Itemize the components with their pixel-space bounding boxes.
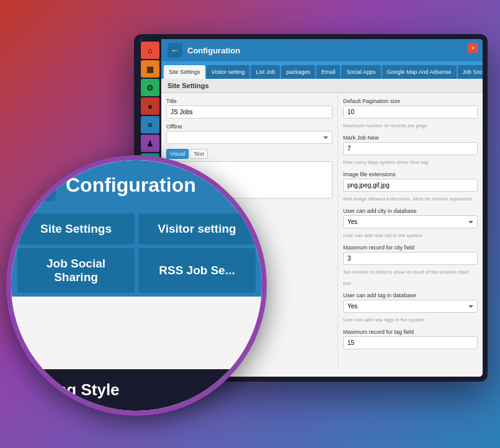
max-city-input[interactable] (343, 252, 478, 265)
pagination-hint: Maximum number of records per page (343, 123, 427, 128)
editor-visual-btn[interactable]: Visual (166, 149, 189, 159)
sidebar-icon-settings[interactable]: ⚙ (141, 79, 159, 96)
offline-group: Offline (166, 123, 333, 144)
offline-label: Offline (166, 123, 333, 130)
settings-icon: ⚙ (146, 83, 154, 92)
user-city-select[interactable]: Yes (343, 215, 478, 228)
home-icon: ⌂ (148, 46, 153, 55)
sidebar-icon-doc[interactable]: ≡ (141, 116, 159, 133)
zoom-tab-rss[interactable]: RSS Job Se... (138, 248, 256, 293)
tab-packages[interactable]: packages (281, 65, 315, 79)
image-ext-input[interactable] (343, 179, 478, 192)
header-bar: ← Configuration (161, 39, 483, 61)
zoom-title: Configuration (66, 174, 196, 197)
tab-visitor-setting[interactable]: Visitor setting (207, 65, 250, 79)
mark-job-input[interactable] (343, 142, 478, 155)
sidebar-icon-grid[interactable]: ▦ (141, 60, 159, 78)
sidebar-icon-home[interactable]: ⌂ (141, 42, 159, 59)
pagination-label: Default Pagination size (343, 98, 478, 104)
tab-list-job[interactable]: List Job (251, 65, 280, 79)
zoom-tab-visitor-setting[interactable]: Visitor setting (138, 213, 256, 244)
title-group: Title (166, 98, 333, 119)
user-tag-group: User can add tag in database Yes User ca… (343, 292, 478, 324)
zoom-tab-site-settings[interactable]: Site Settings (17, 213, 135, 244)
user-tag-select[interactable]: Yes (343, 300, 478, 313)
zoom-tab-grid: Site Settings Visitor setting Job Social… (11, 210, 262, 297)
sidebar-icon-user[interactable]: ♟ (141, 135, 159, 152)
title-input[interactable] (166, 105, 333, 119)
form-right: Default Pagination size Maximum number o… (338, 93, 483, 369)
grid-icon: ▦ (146, 65, 154, 74)
tab-job-social[interactable]: Job Social Sharing (458, 65, 483, 79)
mark-job-hint: How many days system show New tag (343, 159, 428, 165)
image-ext-group: Image file extensions Add image allowed … (343, 171, 478, 203)
max-city-label: Maximum record for city field (343, 244, 478, 251)
image-ext-label: Image file extensions (343, 171, 478, 177)
pagination-input[interactable] (343, 105, 478, 119)
zoom-circle: ← Configuration Site Settings Visitor se… (6, 155, 267, 416)
user-tag-label: User can add tag in database (343, 292, 478, 298)
section-title: Site Settings (161, 79, 483, 93)
image-ext-hint: Add image allowed extensions. Must be co… (343, 196, 471, 202)
user-tag-hint: User can add new tags in the system (343, 317, 424, 323)
zoom-header: ← Configuration (11, 160, 262, 210)
mark-job-group: Mark Job New How many days system show N… (343, 135, 478, 166)
header-title: Configuration (187, 46, 240, 55)
max-tag-input[interactable] (343, 336, 478, 349)
tab-social-apps[interactable]: Social Apps (341, 65, 380, 79)
zoom-bottom: Listing Style (11, 369, 262, 411)
offline-select[interactable] (166, 131, 333, 144)
pagination-group: Default Pagination size Maximum number o… (343, 98, 478, 130)
title-label: Title (166, 98, 333, 104)
editor-text-btn[interactable]: Text (190, 149, 208, 159)
max-tag-label: Maximum record for tag field (343, 329, 478, 335)
user-city-hint: User can add new city in the system (343, 233, 422, 238)
user-city-group: User can add city in database Yes User c… (343, 208, 478, 240)
users-icon: ● (148, 102, 153, 111)
tab-google-map[interactable]: Google Map And Adsense (382, 65, 457, 79)
zoom-inner: ← Configuration Site Settings Visitor se… (11, 160, 262, 411)
user-icon: ♟ (146, 139, 154, 148)
mark-job-label: Mark Job New (343, 135, 478, 141)
close-button[interactable]: × (468, 43, 478, 53)
zoom-back-button[interactable]: ← (24, 169, 56, 201)
zoom-tab-job-social[interactable]: Job Social Sharing (17, 248, 135, 293)
max-city-group: Maximum record for city field Set number… (343, 244, 478, 287)
user-city-label: User can add city in database (343, 208, 478, 214)
editor-toolbar: Visual Text (166, 149, 333, 159)
sidebar-icon-users[interactable]: ● (141, 97, 159, 115)
tab-site-settings[interactable]: Site Settings (164, 65, 205, 79)
tab-email[interactable]: Email (316, 65, 341, 79)
header-back-button[interactable]: ← (167, 43, 182, 58)
zoom-listing-title: Listing Style (24, 380, 120, 399)
doc-icon: ≡ (148, 120, 153, 130)
nav-tabs: Site Settings Visitor setting List Job p… (161, 61, 483, 79)
max-tag-group: Maximum record for tag field (343, 329, 478, 349)
max-city-hint: Set number of cities to show in result o… (343, 269, 468, 286)
